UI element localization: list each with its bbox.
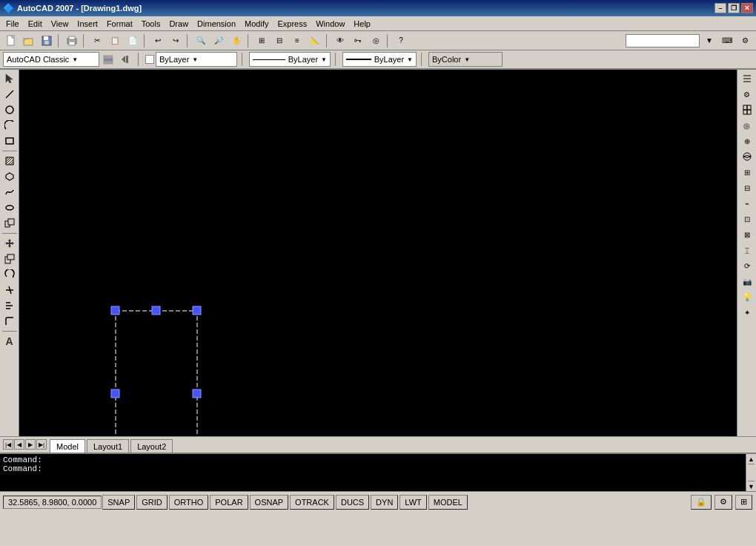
redo-button[interactable]: ↪ xyxy=(168,33,184,49)
tab-nav-first[interactable]: |◀ xyxy=(3,439,13,450)
arc-tool[interactable] xyxy=(1,118,18,133)
copy-button[interactable]: 📋 xyxy=(107,33,123,49)
close-button[interactable]: ✕ xyxy=(741,3,753,13)
tab-layout1[interactable]: Layout1 xyxy=(87,439,129,453)
snap-button[interactable]: SNAP xyxy=(102,495,135,510)
tab-nav-prev[interactable]: ◀ xyxy=(14,439,24,450)
fillet-tool[interactable] xyxy=(1,314,18,329)
restore-button[interactable]: ❐ xyxy=(728,3,740,13)
viewport-button[interactable]: ⊞ xyxy=(735,495,752,510)
layer-selector[interactable]: ByLayer ▼ xyxy=(156,52,237,67)
tab-layout2[interactable]: Layout2 xyxy=(130,439,173,453)
print-button[interactable] xyxy=(64,33,80,49)
rt-zoom-in[interactable]: ⊞ xyxy=(739,165,755,180)
3dviews-button[interactable]: 🗝 xyxy=(350,33,366,49)
save-button[interactable] xyxy=(39,33,55,49)
dyn-button[interactable]: DYN xyxy=(371,495,398,510)
layer-manager-icon[interactable] xyxy=(101,52,116,67)
toolbar-dropdown[interactable]: ▼ xyxy=(701,33,717,49)
grip-tm[interactable] xyxy=(152,306,160,315)
rotate-tool[interactable] xyxy=(1,267,18,282)
text-tool[interactable]: A xyxy=(1,334,18,349)
menu-item-express[interactable]: Express xyxy=(273,18,311,30)
grip-ml[interactable] xyxy=(111,389,119,398)
circle-tool[interactable] xyxy=(1,102,18,117)
tab-nav-next[interactable]: ▶ xyxy=(25,439,36,450)
plot-button[interactable]: 📐 xyxy=(307,33,323,49)
tab-nav-last[interactable]: ▶| xyxy=(36,439,47,450)
lwt-button[interactable]: LWT xyxy=(399,495,426,510)
rt-properties[interactable] xyxy=(739,71,755,86)
minimize-button[interactable]: – xyxy=(714,3,726,13)
rt-zoom-out[interactable]: ⊟ xyxy=(739,180,755,195)
extend-tool[interactable] xyxy=(1,298,18,313)
color-selector[interactable]: ByColor ▼ xyxy=(428,52,503,67)
match-properties-button[interactable]: ⊟ xyxy=(271,33,288,49)
rt-markup[interactable]: ◎ xyxy=(739,118,755,133)
menu-item-modify[interactable]: Modify xyxy=(240,18,273,30)
new-button[interactable] xyxy=(3,33,19,49)
linetype-selector[interactable]: ByLayer ▼ xyxy=(249,52,331,67)
rt-camera[interactable]: 📷 xyxy=(739,274,755,289)
rt-sheetset[interactable] xyxy=(739,102,755,117)
namedviews-button[interactable]: 👁 xyxy=(332,33,348,49)
command-input-toolbar[interactable] xyxy=(626,34,700,47)
workspace-selector[interactable]: AutoCAD Classic ▼ xyxy=(3,52,99,67)
polar-button[interactable]: POLAR xyxy=(210,495,248,510)
properties-button[interactable]: ⊞ xyxy=(253,33,270,49)
rt-panelmgr[interactable]: ⊕ xyxy=(739,134,755,148)
layers-button[interactable]: ≡ xyxy=(289,33,305,49)
menu-item-dimension[interactable]: Dimension xyxy=(193,18,240,30)
command-scrollbar[interactable]: ▲ ▼ xyxy=(746,454,756,491)
block-tool[interactable] xyxy=(1,216,18,231)
canvas-area[interactable]: Y X xyxy=(19,70,737,436)
pan-button[interactable]: ✋ xyxy=(228,33,245,49)
customize-button[interactable]: ⚙ xyxy=(737,33,753,49)
menu-item-format[interactable]: Format xyxy=(102,18,137,30)
rt-zoomwin[interactable]: ⌶ xyxy=(739,243,755,257)
menu-item-file[interactable]: File xyxy=(1,18,24,30)
open-button[interactable] xyxy=(21,33,37,49)
grid-button[interactable]: GRID xyxy=(136,495,168,510)
copy-tool[interactable] xyxy=(1,251,18,266)
rt-previewpan[interactable]: ⟳ xyxy=(739,258,755,273)
model-button[interactable]: MODEL xyxy=(428,495,468,510)
zoom-window-button[interactable]: 🔍 xyxy=(193,33,209,49)
menu-item-draw[interactable]: Draw xyxy=(165,18,193,30)
rt-pan[interactable]: ⌁ xyxy=(739,196,755,211)
otrack-button[interactable]: OTRACK xyxy=(290,495,334,510)
lineweight-selector[interactable]: ByLayer ▼ xyxy=(342,52,417,67)
select-tool[interactable] xyxy=(1,71,18,86)
trim-tool[interactable] xyxy=(1,283,18,297)
toolbar-extra[interactable]: ⌨ xyxy=(719,33,735,49)
rt-3dorbit[interactable] xyxy=(739,149,755,164)
ducs-button[interactable]: DUCS xyxy=(336,495,369,510)
settings-button[interactable]: ⚙ xyxy=(714,495,732,510)
rectangle-tool[interactable] xyxy=(1,134,18,148)
menu-item-tools[interactable]: Tools xyxy=(137,18,165,30)
layer-prev-button[interactable] xyxy=(117,51,133,68)
rt-toolpalettes[interactable]: ⚙ xyxy=(739,87,755,102)
menu-item-insert[interactable]: Insert xyxy=(73,18,102,30)
scroll-up-btn[interactable]: ▲ xyxy=(748,454,755,464)
move-tool[interactable] xyxy=(1,236,18,251)
grip-tl[interactable] xyxy=(111,306,119,315)
rt-render[interactable]: ✦ xyxy=(739,305,755,320)
osnap-button[interactable]: OSNAP xyxy=(250,495,289,510)
rt-zoomext[interactable]: ⊡ xyxy=(739,211,755,226)
region-tool[interactable] xyxy=(1,169,18,184)
line-tool[interactable] xyxy=(1,87,18,102)
ellipse-tool[interactable] xyxy=(1,200,18,215)
rt-light[interactable]: 💡 xyxy=(739,289,755,304)
orbit-button[interactable]: ◎ xyxy=(368,33,384,49)
lock-button[interactable]: 🔒 xyxy=(691,495,712,510)
tab-model[interactable]: Model xyxy=(50,439,85,453)
hatch-tool[interactable] xyxy=(1,154,18,168)
rt-zoomall[interactable]: ⊠ xyxy=(739,227,755,242)
scroll-down-btn[interactable]: ▼ xyxy=(748,481,755,491)
paste-button[interactable]: 📄 xyxy=(125,33,141,49)
zoom-realtime-button[interactable]: 🔎 xyxy=(210,33,227,49)
undo-button[interactable]: ↩ xyxy=(150,33,166,49)
menu-item-view[interactable]: View xyxy=(47,18,73,30)
ortho-button[interactable]: ORTHO xyxy=(169,495,209,510)
